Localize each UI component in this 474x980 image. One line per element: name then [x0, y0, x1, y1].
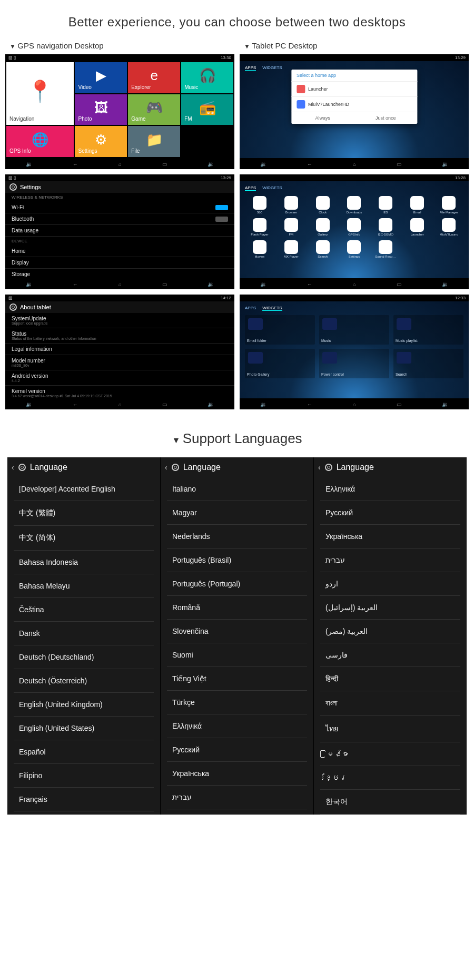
language-option[interactable]: Italiano [167, 477, 307, 501]
language-option[interactable]: Русский [167, 738, 307, 762]
app-flash-player[interactable]: Flash Player [245, 218, 274, 236]
settings-home[interactable]: Home [5, 246, 234, 257]
nav-button[interactable]: 🔉 [260, 281, 266, 287]
language-option[interactable]: English (United States) [14, 717, 154, 740]
language-option[interactable]: ไทย [320, 716, 460, 742]
language-option[interactable]: Español [14, 740, 154, 764]
dialog-once[interactable]: Just once [354, 112, 418, 124]
language-option[interactable]: Čeština [14, 598, 154, 622]
nav-button[interactable]: ⌂ [118, 401, 122, 407]
nav-button[interactable]: 🔉 [26, 401, 32, 407]
tab-widgets[interactable]: WIDGETS [262, 65, 282, 71]
app-clock[interactable]: Clock [308, 196, 338, 214]
widget-photo-gallery[interactable]: Photo Gallery [245, 349, 315, 378]
about-status[interactable]: StatusStatus of the battery, network, an… [5, 328, 234, 344]
nav-button[interactable]: ▭ [162, 161, 167, 167]
language-option[interactable]: Suomi [167, 643, 307, 667]
app-fm[interactable]: FM [276, 218, 306, 236]
language-option[interactable]: မြန်မာ [320, 742, 460, 766]
back-icon[interactable]: ‹ [165, 463, 167, 472]
widget-search[interactable]: Search [393, 349, 463, 378]
nav-button[interactable]: 🔉 [442, 401, 448, 407]
app-settings[interactable]: Settings [340, 240, 369, 258]
nav-button[interactable]: ← [73, 281, 78, 287]
tab-apps[interactable]: APPS [245, 65, 256, 71]
tile-music[interactable]: 🎧Music [181, 62, 233, 93]
app-downloads[interactable]: Downloads [340, 196, 369, 214]
tile-settings[interactable]: ⚙Settings [75, 126, 127, 157]
language-option[interactable]: Português (Portugal) [167, 572, 307, 596]
language-option[interactable]: Română [167, 596, 307, 620]
nav-button[interactable]: ▭ [397, 161, 401, 167]
language-option[interactable]: Filipino [14, 764, 154, 788]
nav-button[interactable]: 🔉 [26, 161, 32, 167]
language-option[interactable]: עברית [320, 548, 460, 572]
nav-button[interactable]: ← [73, 161, 78, 167]
app-file-manager[interactable]: File Manager [434, 196, 463, 214]
bt-toggle[interactable] [215, 217, 228, 222]
about-update[interactable]: SystemUpdateSupport local upgrade [5, 313, 234, 328]
dialog-miui[interactable]: MiuiV7LauncherHD [291, 96, 417, 112]
widget-music[interactable]: Music [319, 315, 389, 345]
nav-button[interactable]: 🔉 [26, 281, 32, 287]
app-es[interactable]: ES [371, 196, 400, 214]
nav-button[interactable]: 🔉 [208, 161, 214, 167]
language-option[interactable]: 中文 (简体) [14, 526, 154, 551]
tab-apps[interactable]: APPS [245, 185, 256, 191]
settings-bluetooth[interactable]: Bluetooth [5, 213, 234, 225]
nav-button[interactable]: ▭ [397, 401, 401, 407]
app-360[interactable]: 360 [245, 196, 274, 214]
widget-music-playlist[interactable]: Music playlist [393, 315, 463, 345]
nav-button[interactable]: ▭ [397, 281, 401, 287]
language-option[interactable]: Русский [320, 501, 460, 525]
language-option[interactable]: עברית [167, 786, 307, 809]
language-option[interactable]: Deutsch (Deutschland) [14, 645, 154, 669]
language-option[interactable]: Deutsch (Österreich) [14, 669, 154, 693]
language-option[interactable]: Ελληνικά [167, 714, 307, 738]
about-legal[interactable]: Legal information [5, 344, 234, 355]
app-email[interactable]: Email [402, 196, 432, 214]
nav-button[interactable]: ▭ [162, 401, 167, 407]
widget-email-folder[interactable]: Email folder [245, 315, 315, 345]
language-option[interactable]: Français [14, 788, 154, 811]
nav-button[interactable]: 🔉 [208, 281, 214, 287]
settings-data[interactable]: Data usage [5, 225, 234, 237]
language-option[interactable]: Українська [320, 525, 460, 548]
app-movies[interactable]: Movies [245, 240, 274, 258]
app-launcher[interactable]: Launcher [402, 218, 432, 236]
nav-button[interactable]: ▭ [162, 281, 167, 287]
nav-button[interactable]: ⌂ [353, 161, 356, 167]
settings-wifi[interactable]: Wi-Fi [5, 202, 234, 213]
nav-button[interactable]: 🔉 [260, 401, 266, 407]
language-option[interactable]: हिन्दी [320, 667, 460, 691]
dialog-launcher[interactable]: Launcher [291, 81, 417, 96]
language-option[interactable]: 中文 (繁體) [14, 501, 154, 526]
app-browser[interactable]: Browser [276, 196, 306, 214]
nav-button[interactable]: ← [307, 161, 312, 167]
widget-power-control[interactable]: Power control [319, 349, 389, 378]
language-option[interactable]: Bahasa Indonesia [14, 551, 154, 574]
nav-button[interactable]: 🔉 [442, 161, 448, 167]
back-icon[interactable]: ‹ [12, 463, 14, 472]
tile-video[interactable]: ▶Video [75, 62, 127, 93]
tile-file[interactable]: 📁File [128, 126, 180, 157]
nav-button[interactable]: ← [73, 401, 78, 407]
tab-widgets[interactable]: WIDGETS [262, 306, 282, 311]
language-option[interactable]: Türkçe [167, 691, 307, 714]
nav-button[interactable]: ← [307, 281, 312, 287]
dialog-always[interactable]: Always [291, 112, 354, 124]
language-option[interactable]: Slovenčina [167, 620, 307, 643]
tile-game[interactable]: 🎮Game [128, 94, 180, 125]
app-search[interactable]: Search [308, 240, 338, 258]
language-option[interactable]: ខ្មែរ [320, 766, 460, 790]
tile-navigation[interactable]: 📍Navigation [6, 62, 74, 125]
tile-gps info[interactable]: 🌐GPS Info [6, 126, 74, 157]
language-option[interactable]: Magyar [167, 501, 307, 525]
tab-widgets[interactable]: WIDGETS [262, 185, 282, 191]
language-option[interactable]: Ελληνικά [320, 477, 460, 501]
app-gallery[interactable]: Gallery [308, 218, 338, 236]
language-option[interactable]: Tiếng Việt [167, 667, 307, 691]
wifi-toggle[interactable] [215, 205, 228, 210]
nav-button[interactable]: ⌂ [353, 401, 356, 407]
language-option[interactable]: English (United Kingdom) [14, 693, 154, 717]
